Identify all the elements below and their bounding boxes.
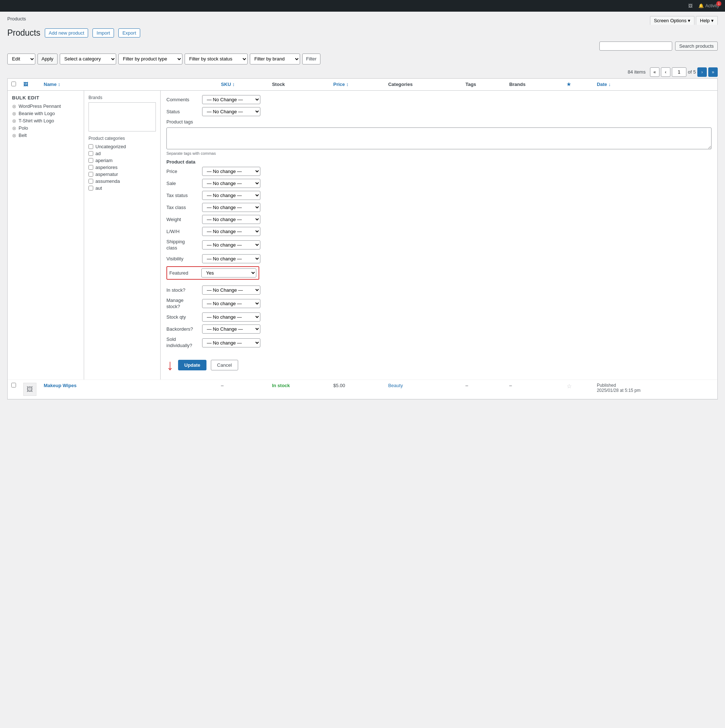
remove-icon-3[interactable]: ⊗ (12, 125, 16, 131)
cancel-button[interactable]: Cancel (211, 360, 238, 370)
tax-class-select[interactable]: — No change — (202, 203, 260, 212)
list-item: aspernatur (89, 171, 156, 178)
help-button[interactable]: Help ▾ (696, 16, 718, 25)
row-checkbox[interactable] (11, 383, 16, 387)
table-row: 🖼 Makeup Wipes – In stock $5.00 (8, 380, 717, 399)
status-select[interactable]: — No Change — (202, 107, 260, 116)
cat-assumenda-checkbox[interactable] (89, 179, 93, 184)
cat-aspernatur-checkbox[interactable] (89, 172, 93, 177)
th-tags: Tags (462, 79, 505, 91)
brands-textarea[interactable] (89, 102, 156, 132)
in-stock-label: In stock? (167, 288, 199, 293)
admin-top-bar: 🖼 🔔 1 Activity (0, 0, 725, 12)
backorders-label: Backorders? (167, 326, 199, 332)
weight-field-row: Weight — No change — (167, 215, 711, 224)
screen-options-button[interactable]: Screen Options ▾ (650, 16, 695, 25)
table-body: BULK EDIT ⊗ WordPress Pennant ⊗ (8, 90, 717, 399)
comments-select[interactable]: — No Change — (202, 95, 260, 104)
bulk-edit-fields-col: Comments — No Change — Status (161, 91, 717, 379)
row-checkbox-cell (8, 380, 20, 399)
prev-page-button[interactable]: ‹ (661, 67, 670, 77)
th-checkbox (8, 79, 20, 91)
price-select[interactable]: — No change — (202, 167, 260, 176)
list-item: Uncategorized (89, 143, 156, 150)
apply-button[interactable]: Apply (38, 54, 58, 64)
status-label: Status (167, 109, 199, 114)
last-page-button[interactable]: » (708, 67, 718, 77)
search-input[interactable] (600, 41, 672, 50)
remove-icon-4[interactable]: ⊗ (12, 133, 16, 138)
search-products-button[interactable]: Search products (675, 41, 718, 50)
backorders-select[interactable]: — No Change — (202, 324, 260, 333)
cat-asperiores-checkbox[interactable] (89, 165, 93, 170)
pagination-wrap: 84 items « ‹ of 5 › » (7, 67, 718, 77)
stock-status-select[interactable]: Filter by stock status (185, 54, 248, 64)
remove-icon-0[interactable]: ⊗ (12, 103, 16, 109)
page-header: Products Add new product Import Export (7, 28, 718, 38)
tags-hint: Separate tags with commas (167, 151, 711, 156)
toolbar: Edit Apply Select a category Filter by p… (7, 54, 718, 64)
list-item: ⊗ WordPress Pennant (12, 103, 80, 109)
list-item: ad (89, 150, 156, 157)
list-item: aut (89, 185, 156, 191)
sold-individually-select[interactable]: — No change — (202, 338, 260, 347)
category-link[interactable]: Beauty (388, 383, 403, 388)
th-sku[interactable]: SKU ↕ (217, 79, 268, 91)
th-thumb: 🖼 (20, 79, 40, 91)
product-type-select[interactable]: Filter by product type (118, 54, 182, 64)
total-items: 84 items (628, 69, 645, 75)
remove-icon-2[interactable]: ⊗ (12, 118, 16, 124)
tax-status-select[interactable]: — No change — (202, 191, 260, 200)
next-page-button[interactable]: › (697, 67, 707, 77)
import-button[interactable]: Import (92, 28, 114, 38)
stock-qty-select[interactable]: — No change — (202, 312, 260, 321)
manage-stock-select[interactable]: — No change — (202, 299, 260, 308)
tax-class-label: Tax class (167, 205, 199, 210)
th-date[interactable]: Date ↓ (593, 79, 717, 91)
featured-select[interactable]: Yes No — No change — (201, 268, 256, 277)
lwh-label: L/W/H (167, 229, 199, 234)
cat-ad-checkbox[interactable] (89, 151, 93, 156)
product-name-link[interactable]: Makeup Wipes (44, 383, 76, 388)
product-tags-section: Product tags Separate tags with commas (167, 119, 711, 156)
bulk-edit-products-list: ⊗ WordPress Pennant ⊗ Beanie with Logo (12, 103, 80, 138)
cat-aut-checkbox[interactable] (89, 186, 93, 190)
brand-select[interactable]: Filter by brand (250, 54, 300, 64)
header-area: Products Screen Options ▾ Help ▾ (0, 12, 725, 25)
status-field-row: Status — No Change — (167, 107, 711, 116)
bulk-edit-brands-col: Brands Product categories Uncategorized (84, 91, 161, 379)
list-item: ⊗ Belt (12, 133, 80, 138)
select-all-checkbox[interactable] (11, 81, 16, 86)
shipping-class-select[interactable]: — No change — (202, 240, 260, 249)
star-icon[interactable]: ☆ (567, 383, 572, 389)
row-categories-cell: Beauty (384, 380, 462, 399)
weight-select[interactable]: — No change — (202, 215, 260, 224)
in-stock-select[interactable]: — No Change — (202, 286, 260, 295)
visibility-select[interactable]: — No change — (202, 254, 260, 263)
list-item: ⊗ Polo (12, 125, 80, 131)
th-categories: Categories (384, 79, 462, 91)
th-brands: Brands (505, 79, 563, 91)
activity-area[interactable]: 🔔 1 Activity (698, 3, 719, 8)
export-button[interactable]: Export (118, 28, 140, 38)
bulk-action-select[interactable]: Edit (7, 54, 35, 64)
row-thumb-cell: 🖼 (20, 380, 40, 399)
cat-uncategorized-checkbox[interactable] (89, 144, 93, 149)
current-page-input[interactable] (672, 67, 687, 77)
lwh-select[interactable]: — No change — (202, 227, 260, 236)
th-name[interactable]: Name ↕ (40, 79, 217, 91)
add-new-product-button[interactable]: Add new product (45, 28, 89, 38)
cat-aperiam-checkbox[interactable] (89, 158, 93, 163)
update-button[interactable]: Update (178, 360, 206, 370)
page-title: Products (7, 28, 40, 38)
th-price[interactable]: Price ↕ (330, 79, 384, 91)
row-star-cell[interactable]: ☆ (563, 380, 593, 399)
first-page-button[interactable]: « (650, 67, 659, 77)
remove-icon-1[interactable]: ⊗ (12, 111, 16, 116)
category-select[interactable]: Select a category (60, 54, 116, 64)
filter-button[interactable]: Filter (302, 54, 321, 64)
product-tags-input[interactable] (167, 127, 711, 149)
thumb-icon: 🖼 (23, 81, 28, 87)
sale-select[interactable]: — No change — (202, 179, 260, 188)
manage-stock-field-row: Manage stock? — No change — (167, 298, 711, 310)
